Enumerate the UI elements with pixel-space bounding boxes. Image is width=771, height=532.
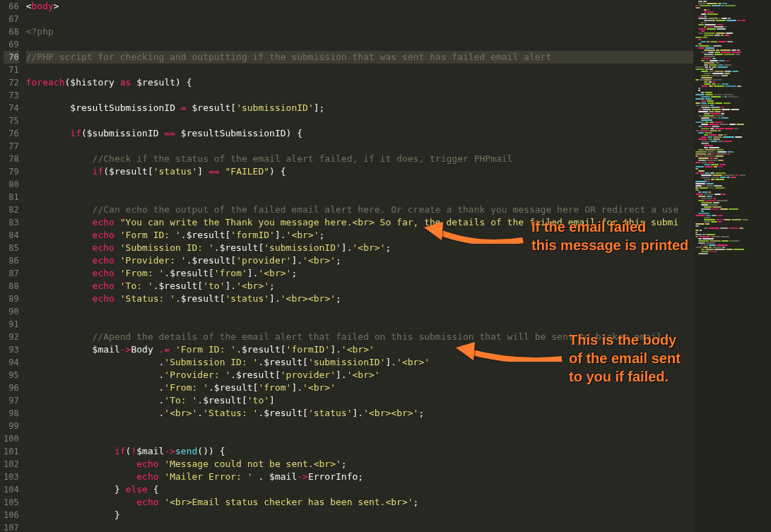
code-line[interactable]: echo 'Message could not be sent.<br>';: [26, 458, 693, 471]
code-line[interactable]: .'Submission ID: '.$result['submissionID…: [26, 356, 693, 369]
code-line[interactable]: [26, 178, 693, 191]
code-line[interactable]: [26, 318, 693, 331]
code-line[interactable]: echo 'To: '.$result['to'].'<br>';: [26, 280, 693, 292]
code-line[interactable]: .'To: '.$result['to']: [26, 394, 693, 407]
code-line[interactable]: [26, 521, 693, 532]
code-line[interactable]: <?php: [26, 25, 693, 38]
code-line[interactable]: if(!$mail->send()) {: [26, 445, 693, 458]
code-line[interactable]: .'<br>'.'Status: '.$result['status'].'<b…: [26, 407, 693, 420]
code-line[interactable]: [26, 89, 693, 102]
code-line[interactable]: [26, 140, 693, 153]
code-line[interactable]: <body>: [26, 0, 693, 13]
code-line[interactable]: echo 'Submission ID: '.$result['submissi…: [26, 242, 693, 254]
code-line[interactable]: [26, 191, 693, 203]
code-line[interactable]: [26, 305, 693, 318]
code-line[interactable]: echo "You can write the Thank you messag…: [26, 216, 693, 229]
code-editor[interactable]: 6667686970717273747576777879808182838485…: [0, 0, 771, 532]
minimap[interactable]: [693, 0, 771, 532]
code-line[interactable]: .'Provider: '.$result['provider'].'<br>': [26, 369, 693, 382]
code-line[interactable]: [26, 420, 693, 432]
code-line[interactable]: //Apend the details of the email alert t…: [26, 331, 693, 343]
code-area[interactable]: <body><?php//PHP script for checking and…: [26, 0, 693, 532]
code-line[interactable]: [26, 64, 693, 76]
code-line[interactable]: echo 'Provider: '.$result['provider'].'<…: [26, 254, 693, 267]
code-line[interactable]: [26, 114, 693, 127]
code-line[interactable]: [26, 432, 693, 445]
code-line[interactable]: if($submissionID == $resultSubmissionID)…: [26, 127, 693, 140]
code-line[interactable]: echo 'Form ID: '.$result['formID'].'<br>…: [26, 229, 693, 242]
code-line[interactable]: [26, 38, 693, 51]
code-line[interactable]: //PHP script for checking and outputting…: [26, 51, 693, 64]
code-line[interactable]: //Can echo the output of the failed emai…: [26, 203, 693, 216]
code-line[interactable]: if($result['status'] == "FAILED") {: [26, 165, 693, 178]
code-line[interactable]: echo '<br>Email status checker has been …: [26, 496, 693, 509]
code-line[interactable]: $mail->Body .= 'Form ID: '.$result['form…: [26, 343, 693, 356]
code-line[interactable]: echo 'Mailer Error: ' . $mail->ErrorInfo…: [26, 471, 693, 483]
code-line[interactable]: $resultSubmissionID = $result['submissio…: [26, 102, 693, 114]
code-line[interactable]: [26, 13, 693, 25]
code-line[interactable]: .'From: '.$result['from'].'<br>': [26, 382, 693, 394]
code-line[interactable]: echo 'Status: '.$result['status'].'<br><…: [26, 292, 693, 305]
code-line[interactable]: //Check if the status of the email alert…: [26, 153, 693, 165]
code-line[interactable]: echo 'From: '.$result['from'].'<br>';: [26, 267, 693, 280]
code-line[interactable]: } else {: [26, 483, 693, 496]
code-line[interactable]: foreach($history as $result) {: [26, 76, 693, 89]
code-line[interactable]: }: [26, 509, 693, 521]
line-number-gutter[interactable]: 6667686970717273747576777879808182838485…: [0, 0, 26, 532]
